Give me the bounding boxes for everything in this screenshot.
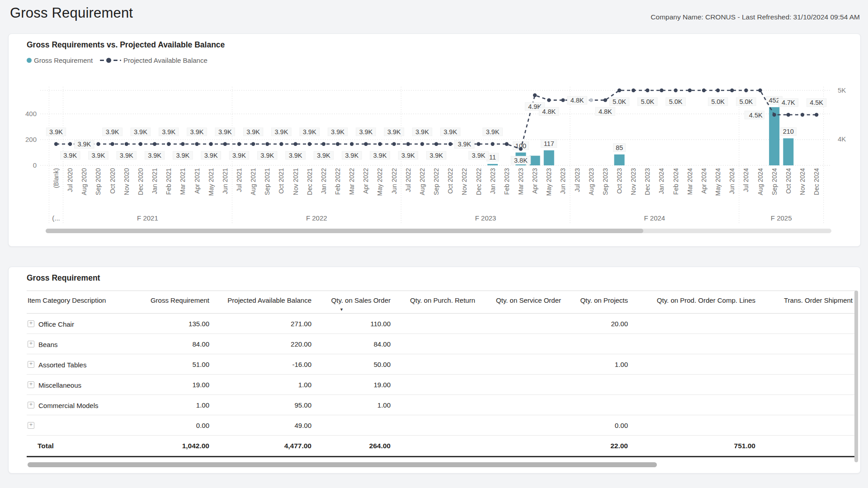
line-data-label: 3.9K [387, 128, 401, 136]
table-horizontal-scrollbar[interactable] [28, 462, 657, 467]
expand-icon[interactable]: + [28, 422, 34, 429]
company-info: Company Name: CRONUS - Last Refreshed: 3… [651, 13, 860, 21]
column-header-qty-on-projects[interactable]: Qty. on Projects [565, 291, 632, 314]
month-axis-label: Oct 2023 [616, 168, 623, 194]
line-data-label: 3.9K [303, 128, 316, 136]
legend-item-projected-available-balance[interactable]: Projected Available Balance [100, 56, 208, 64]
row-label: Assorted Tables [38, 361, 86, 368]
line-data-label: 3.9K [63, 152, 77, 159]
bar[interactable] [783, 138, 793, 165]
left-axis-tick: 400 [25, 110, 37, 117]
line-point [744, 89, 748, 92]
total-cell [394, 436, 479, 457]
column-header-item-category-description[interactable]: Item Category Description [27, 291, 140, 314]
month-axis-label: Dec 2020 [137, 168, 144, 195]
table-cell: 135.00 [140, 314, 213, 334]
table-cell [632, 375, 759, 395]
line-point [787, 113, 790, 117]
line-data-label: 3.9K [345, 152, 359, 159]
combo-chart-svg: 02004004K5K(Blank)Jul 2020Aug 2020Sep 20… [18, 68, 853, 235]
table-row[interactable]: +Office Chair135.00271.00110.0020.00 [27, 314, 856, 334]
table-title: Gross Requirement [27, 273, 100, 283]
table-row[interactable]: +Miscellaneous19.001.0019.00 [27, 375, 856, 395]
column-header-projected-available-balance[interactable]: Projected Available Balance [213, 291, 315, 314]
total-cell: 264.00 [315, 436, 394, 457]
month-axis-label: Mar 2024 [686, 168, 693, 195]
table-cell [759, 314, 856, 334]
page-title: Gross Requirement [10, 5, 133, 21]
table-cell [759, 375, 856, 395]
table-cell: 1.00 [565, 354, 632, 375]
line-point [590, 98, 593, 102]
line-data-label: 4.8K [599, 108, 612, 115]
month-axis-label: Jan 2022 [320, 168, 327, 194]
bar[interactable] [530, 156, 540, 165]
bar[interactable] [614, 155, 625, 165]
month-axis-label: Jul 2023 [574, 168, 581, 192]
legend-item-gross-requirement[interactable]: Gross Requirement [27, 56, 93, 64]
table-row[interactable]: +0.0049.000.00 [27, 415, 856, 436]
table-cell [632, 415, 759, 436]
column-header-gross-requirement[interactable]: Gross Requirement [140, 291, 213, 314]
column-header-trans-order-shipment[interactable]: Trans. Order Shipment [759, 291, 856, 314]
expand-icon[interactable]: + [28, 402, 34, 408]
table-cell [394, 415, 479, 436]
table-row[interactable]: +Beans84.00220.0084.00 [27, 334, 856, 354]
line-data-label: 3.9K [134, 128, 147, 136]
left-axis-tick: 200 [25, 136, 37, 143]
line-data-label: 3.9K [246, 128, 260, 136]
table-card: Gross Requirement Item Category Descript… [8, 267, 861, 474]
column-header-qty-on-sales-order[interactable]: Qty. on Sales Order▼ [315, 291, 394, 314]
line-point [125, 142, 128, 146]
month-axis-label: Jul 2022 [405, 168, 412, 192]
table-cell: 95.00 [213, 395, 315, 415]
column-header-qty-on-prod-order-comp-lines[interactable]: Qty. on Prod. Order Comp. Lines [632, 291, 759, 314]
line-point [378, 142, 382, 146]
line-point [322, 142, 326, 146]
bar[interactable] [544, 150, 554, 165]
table-cell: 84.00 [315, 334, 394, 354]
expand-icon[interactable]: + [28, 341, 34, 347]
line-data-label: 3.9K [472, 152, 486, 159]
column-header-qty-on-purch-return[interactable]: Qty. on Purch. Return [394, 291, 479, 314]
legend-line-dot-icon [106, 58, 111, 63]
table-row[interactable]: +Assorted Tables51.00-16.0050.001.00 [27, 354, 856, 375]
line-point [237, 142, 241, 146]
line-point [181, 142, 184, 146]
line-point [54, 142, 58, 146]
month-axis-label: Apr 2022 [362, 168, 369, 194]
table-row[interactable]: +Commercial Models1.0095.001.00 [27, 395, 856, 415]
table-cell [759, 395, 856, 415]
month-axis-label: Sep 2022 [433, 168, 440, 195]
table-cell: 0.00 [140, 415, 213, 436]
chart-title: Gross Requirements vs. Projected Availab… [27, 40, 225, 50]
line-point [68, 142, 72, 146]
column-header-qty-on-service-order[interactable]: Qty. on Service Order [479, 291, 565, 314]
line-data-label: 3.9K [49, 128, 63, 136]
expand-icon[interactable]: + [28, 361, 34, 368]
line-point [195, 142, 198, 146]
row-label-cell: +Commercial Models [27, 395, 140, 415]
table-cell [479, 334, 565, 354]
expand-icon[interactable]: + [28, 320, 34, 327]
total-cell [479, 436, 565, 457]
table-cell: 50.00 [315, 354, 394, 375]
bar[interactable] [487, 164, 498, 165]
chart-scrollbar-thumb[interactable] [46, 229, 643, 233]
line-point [632, 89, 635, 92]
table-cell: 271.00 [213, 314, 315, 334]
chart-legend: Gross Requirement Projected Available Ba… [27, 56, 212, 64]
table-cell [759, 415, 856, 436]
month-axis-label: Jul 2021 [236, 168, 243, 192]
month-axis-label: Aug 2022 [419, 168, 426, 195]
line-point [336, 142, 340, 146]
month-axis-label: Jan 2024 [658, 168, 665, 194]
table-vertical-scrollbar[interactable] [854, 291, 858, 462]
row-label: Office Chair [38, 320, 74, 328]
line-point [279, 142, 283, 146]
line-data-label: 5.0K [739, 98, 753, 105]
table-cell [394, 334, 479, 354]
expand-icon[interactable]: + [28, 381, 34, 388]
line-point [308, 142, 311, 146]
line-point [96, 142, 100, 146]
